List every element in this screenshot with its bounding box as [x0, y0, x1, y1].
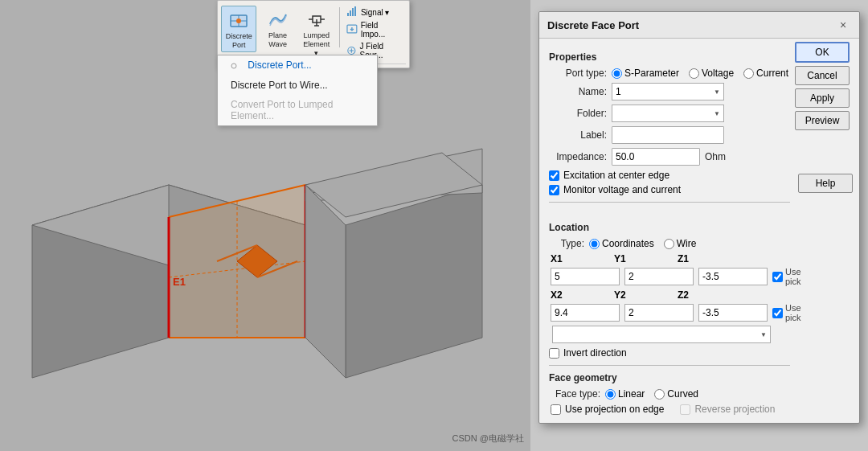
location-type-row: Type: Coordinates Wire: [549, 238, 790, 249]
dropdown-icon-1: [231, 60, 242, 72]
name-label: Name:: [549, 86, 607, 97]
port-type-current[interactable]: Current: [743, 68, 788, 79]
apply-button[interactable]: Apply: [795, 88, 850, 108]
toolbar-btn-discrete-port-label: Discrete Port: [223, 32, 254, 50]
separator-2: [549, 365, 790, 366]
svg-rect-34: [354, 6, 356, 16]
toolbar-btn-discrete-port[interactable]: Discrete Port: [221, 6, 256, 52]
coord-dropdown-row: [551, 326, 790, 343]
port-type-radio-group: S-Parameter Voltage Current: [612, 68, 788, 79]
dropdown-menu: Discrete Port... Discrete Port to Wire..…: [217, 55, 378, 126]
y1-header: Y1: [614, 253, 673, 264]
z1-header: Z1: [678, 253, 736, 264]
folder-label: Folder:: [549, 108, 607, 119]
z2-header: Z2: [678, 289, 736, 301]
ok-button[interactable]: OK: [795, 42, 850, 63]
toolbar-btn-plane-wave-label: PlaneWave: [268, 31, 287, 49]
y1-input[interactable]: [624, 268, 694, 285]
toolbar-right-items: Signal ▾ Field Impo...: [345, 6, 406, 60]
x1-input[interactable]: [551, 268, 620, 285]
preview-button[interactable]: Preview: [795, 111, 850, 130]
lumped-element-icon: [305, 7, 329, 31]
use-pick-1-checkbox[interactable]: [772, 272, 783, 282]
invert-direction-row: Invert direction: [549, 347, 790, 359]
projection-row: Use projection on edge Reverse projectio…: [551, 404, 790, 415]
reverse-projection-label[interactable]: Reverse projection: [680, 404, 775, 415]
excitation-checkbox[interactable]: [549, 170, 559, 181]
use-pick-1[interactable]: Use pick: [772, 267, 801, 286]
impedance-label: Impedance:: [549, 151, 607, 162]
svg-point-40: [231, 64, 236, 68]
port-type-sparam[interactable]: S-Parameter: [612, 68, 679, 79]
watermark: CSDN @电磁学社: [452, 433, 524, 445]
face-type-linear-radio[interactable]: [605, 389, 616, 400]
signal-icon: [346, 6, 358, 18]
monitor-checkbox[interactable]: [549, 185, 559, 195]
help-button-container: Help: [798, 174, 853, 193]
dropdown-discrete-port-wire[interactable]: Discrete Port to Wire...: [218, 76, 377, 95]
location-section-label: Location: [549, 222, 790, 233]
excitation-row: Excitation at center edge: [549, 170, 790, 181]
svg-point-25: [236, 18, 241, 23]
ohm-unit: Ohm: [705, 151, 726, 162]
face-type-linear[interactable]: Linear: [605, 388, 645, 400]
coord-headers-row2: X2 Y2 Z2: [551, 289, 790, 301]
label-input[interactable]: [612, 126, 724, 144]
face-type-curved[interactable]: Curved: [654, 388, 698, 400]
type-coordinates[interactable]: Coordinates: [589, 238, 654, 249]
monitor-row: Monitor voltage and current: [549, 184, 790, 195]
plane-wave-icon: [266, 7, 290, 31]
svg-rect-32: [350, 10, 351, 16]
help-button[interactable]: Help: [798, 174, 853, 193]
x2-input[interactable]: [551, 304, 620, 322]
signal-label: Signal ▾: [361, 8, 390, 17]
folder-select[interactable]: [612, 105, 724, 122]
face-type-label: Face type:: [549, 388, 600, 400]
y2-input[interactable]: [624, 304, 694, 322]
port-type-sparam-radio[interactable]: [612, 68, 622, 79]
toolbar-right-signal[interactable]: Signal ▾: [345, 6, 406, 18]
name-row: Name: 1: [549, 83, 790, 100]
face-type-curved-radio[interactable]: [654, 389, 665, 400]
invert-direction-checkbox[interactable]: [549, 348, 559, 359]
dropdown-convert-port: Convert Port to Lumped Element...: [218, 95, 377, 125]
dialog: Discrete Face Port × OK Cancel Apply Pre…: [538, 11, 860, 424]
name-select[interactable]: 1: [612, 83, 724, 100]
excitation-label: Excitation at center edge: [563, 170, 669, 181]
dropdown-discrete-port[interactable]: Discrete Port...: [218, 55, 377, 76]
cancel-button[interactable]: Cancel: [795, 66, 850, 85]
dialog-action-buttons: OK Cancel Apply Preview: [795, 42, 853, 130]
use-pick-2[interactable]: Use pick: [772, 303, 801, 322]
face-type-radio-group: Linear Curved: [605, 388, 698, 400]
location-type-label: Type:: [549, 238, 584, 249]
dialog-close-button[interactable]: ×: [835, 17, 851, 33]
impedance-row: Impedance: Ohm: [549, 148, 790, 166]
svg-text:E1: E1: [173, 276, 186, 288]
port-type-voltage[interactable]: Voltage: [689, 68, 734, 79]
use-projection-label[interactable]: Use projection on edge: [551, 404, 664, 415]
type-coordinates-radio[interactable]: [589, 239, 600, 249]
coord-values-row2: Use pick: [551, 303, 790, 322]
type-wire[interactable]: Wire: [664, 238, 697, 249]
type-wire-radio[interactable]: [664, 239, 674, 249]
3d-shape: E1 E2: [8, 80, 522, 418]
impedance-input[interactable]: [612, 148, 700, 166]
reverse-projection-checkbox[interactable]: [680, 404, 690, 415]
canvas-area: E1 E2: [0, 0, 530, 451]
coord-dropdown[interactable]: [552, 326, 771, 343]
label-row: Label:: [549, 126, 790, 144]
toolbar-btn-plane-wave[interactable]: PlaneWave: [260, 6, 295, 51]
monitor-label: Monitor voltage and current: [563, 184, 681, 195]
properties-section-label: Properties: [549, 51, 790, 63]
z2-input[interactable]: [698, 304, 768, 322]
port-type-voltage-radio[interactable]: [689, 68, 699, 79]
port-type-current-radio[interactable]: [743, 68, 754, 79]
use-projection-checkbox[interactable]: [551, 404, 561, 415]
toolbar-btn-lumped-element[interactable]: LumpedElement ▾: [299, 6, 334, 59]
svg-marker-21: [305, 185, 346, 378]
x2-header: X2: [551, 289, 609, 301]
use-pick-2-checkbox[interactable]: [772, 308, 783, 318]
toolbar-right-field-import[interactable]: Field Impo...: [345, 20, 406, 39]
z1-input[interactable]: [698, 268, 768, 285]
face-type-row: Face type: Linear Curved: [549, 388, 790, 400]
